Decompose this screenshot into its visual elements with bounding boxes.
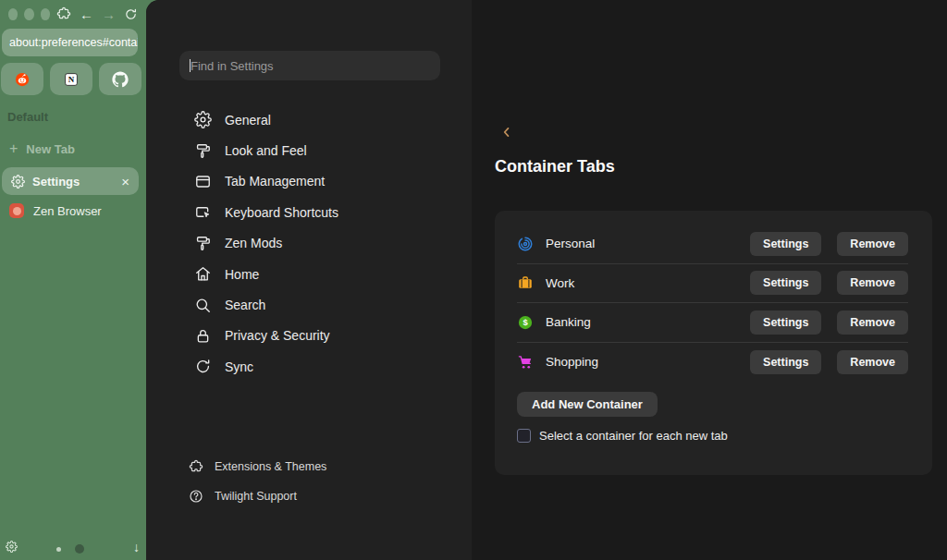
container-remove-button[interactable]: Remove: [837, 232, 908, 256]
fingerprint-icon: [517, 236, 534, 252]
workspace-indicator-dot[interactable]: [56, 547, 61, 552]
reddit-icon: [14, 71, 31, 88]
nav-item-label: Sync: [225, 359, 253, 374]
workspace-indicator-dot-active[interactable]: [75, 544, 84, 554]
traffic-light-close[interactable]: [8, 8, 18, 20]
nav-item-search[interactable]: Search: [194, 289, 338, 320]
text-caret: [190, 59, 191, 72]
nav-item-twilight-support[interactable]: Twilight Support: [189, 481, 326, 511]
pinned-tab-reddit[interactable]: [1, 63, 43, 95]
downloads-icon[interactable]: ↓: [133, 540, 140, 554]
browser-tab-icon: [194, 173, 212, 190]
pinned-tab-github[interactable]: [99, 63, 141, 95]
sync-arrows-icon: [194, 358, 212, 375]
container-row-work: Work Settings Remove: [517, 264, 908, 304]
nav-item-tab-management[interactable]: Tab Management: [194, 166, 338, 197]
traffic-light-minimize[interactable]: [24, 8, 33, 20]
settings-nav-footer: Extensions & Themes Twilight Support: [189, 452, 326, 511]
container-name: Personal: [546, 237, 734, 250]
svg-text:N: N: [68, 75, 75, 84]
briefcase-icon: [517, 274, 534, 291]
search-input[interactable]: [179, 51, 440, 80]
magnifier-icon: [194, 297, 212, 314]
back-chevron-icon[interactable]: [500, 126, 513, 139]
nav-item-label: Look and Feel: [225, 143, 307, 158]
container-settings-button[interactable]: Settings: [750, 310, 821, 335]
container-name: Banking: [546, 315, 734, 329]
containers-card: Personal Settings Remove Work Settings R…: [495, 211, 932, 475]
window-topbar: ← →: [0, 0, 146, 28]
pinned-tabs: N: [1, 63, 141, 95]
settings-page: General Look and Feel: [146, 0, 947, 560]
new-tab-label: New Tab: [26, 142, 75, 156]
gear-icon: [11, 175, 25, 189]
shopping-cart-icon: [517, 354, 534, 371]
nav-item-general[interactable]: General: [194, 104, 338, 135]
nav-item-label: General: [225, 113, 271, 128]
gear-icon: [194, 111, 212, 128]
svg-text:$: $: [523, 318, 528, 327]
container-row-personal: Personal Settings Remove: [517, 225, 908, 264]
nav-footer-label: Extensions & Themes: [215, 460, 326, 473]
zen-browser-favicon: [9, 203, 24, 218]
nav-item-look-and-feel[interactable]: Look and Feel: [194, 135, 338, 165]
settings-nav-list: General Look and Feel: [194, 104, 338, 383]
traffic-light-zoom[interactable]: [41, 8, 50, 20]
tab-settings[interactable]: Settings ×: [2, 167, 139, 195]
nav-item-keyboard-shortcuts[interactable]: Keyboard Shortcuts: [194, 197, 338, 227]
workspace-label[interactable]: Default: [7, 110, 48, 124]
select-container-checkbox[interactable]: [517, 429, 531, 443]
container-name: Work: [546, 276, 734, 290]
container-settings-button[interactable]: Settings: [750, 271, 821, 295]
container-settings-button[interactable]: Settings: [750, 350, 821, 374]
reload-icon[interactable]: [124, 7, 138, 21]
container-tabs-section: Container Tabs Personal Settings Remove: [472, 0, 947, 560]
github-icon: [112, 71, 129, 88]
nav-footer-label: Twilight Support: [215, 490, 297, 503]
back-arrow-icon[interactable]: ←: [80, 7, 93, 21]
tab-zen-browser-label: Zen Browser: [33, 204, 102, 218]
nav-item-label: Zen Mods: [225, 236, 282, 250]
pinned-tab-notion[interactable]: N: [50, 63, 92, 95]
container-remove-button[interactable]: Remove: [837, 271, 908, 295]
nav-item-label: Home: [225, 267, 259, 282]
nav-item-sync[interactable]: Sync: [194, 351, 338, 382]
tab-zen-browser[interactable]: Zen Browser: [9, 203, 102, 218]
nav-item-extensions-themes[interactable]: Extensions & Themes: [189, 452, 326, 481]
plus-icon: +: [9, 140, 18, 157]
forward-arrow-icon[interactable]: →: [102, 7, 116, 21]
container-remove-button[interactable]: Remove: [837, 350, 908, 374]
paint-roller-icon: [194, 142, 212, 160]
container-settings-button[interactable]: Settings: [750, 232, 821, 256]
nav-item-label: Search: [225, 298, 265, 312]
nav-item-home[interactable]: Home: [194, 259, 338, 289]
keyboard-pointer-icon: [194, 203, 212, 221]
url-bar[interactable]: about:preferences#containers: [2, 29, 138, 56]
settings-nav-panel: General Look and Feel: [146, 0, 472, 560]
paint-roller-icon: [194, 235, 212, 252]
nav-item-label: Privacy & Security: [225, 328, 330, 343]
dollar-circle-icon: $: [517, 314, 534, 331]
page-title: Container Tabs: [495, 157, 615, 177]
sidebar-gear-icon[interactable]: [6, 541, 18, 553]
home-icon: [194, 265, 212, 283]
help-circle-icon: [189, 489, 203, 504]
close-tab-icon[interactable]: ×: [121, 174, 129, 189]
container-row-banking: $ Banking Settings Remove: [517, 303, 908, 343]
tab-settings-label: Settings: [32, 175, 114, 189]
settings-search: [179, 51, 440, 80]
container-remove-button[interactable]: Remove: [837, 310, 908, 335]
nav-item-label: Tab Management: [225, 174, 325, 189]
container-row-shopping: Shopping Settings Remove: [517, 343, 908, 383]
notion-icon: N: [63, 71, 80, 88]
puzzle-icon: [189, 459, 203, 474]
extensions-puzzle-icon[interactable]: [56, 6, 71, 21]
select-container-checkbox-label: Select a container for each new tab: [539, 429, 728, 443]
container-name: Shopping: [546, 355, 734, 369]
select-container-option: Select a container for each new tab: [517, 429, 932, 443]
nav-item-zen-mods[interactable]: Zen Mods: [194, 228, 338, 259]
sidebar-bottom-bar: ↓: [0, 540, 146, 558]
new-tab-button[interactable]: + New Tab: [9, 140, 75, 157]
add-new-container-button[interactable]: Add New Container: [517, 392, 658, 417]
nav-item-privacy-security[interactable]: Privacy & Security: [194, 321, 338, 351]
